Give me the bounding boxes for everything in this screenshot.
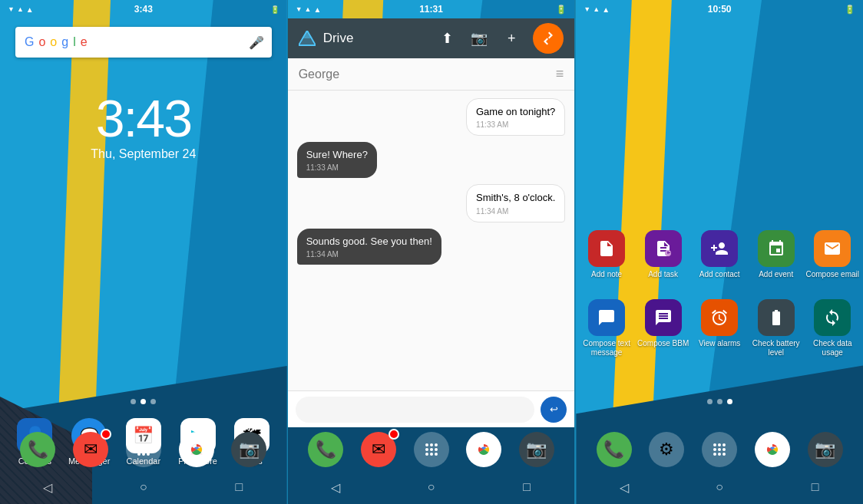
check-data-label: Check data usage [805,339,859,357]
svg-point-32 [718,448,721,451]
message-1: Game on tonight? 11:33 AM [466,98,565,136]
page-dots [0,399,287,404]
google-search-bar[interactable]: Google 🎤 [15,27,272,58]
p3-dot-2 [717,399,722,404]
shortcuts-row-2: Compose text message Compose BBM View al… [580,299,859,357]
p3-launcher-icon[interactable] [702,432,737,467]
shuffle-fab-button[interactable] [533,23,564,54]
signal-up-icon: ▲ [17,5,24,13]
p3-settings-icon[interactable]: ⚙ [649,432,684,467]
recents-button[interactable]: □ [227,476,250,499]
svg-point-17 [435,443,438,446]
svg-point-15 [425,443,428,446]
shortcut-add-task[interactable]: Add task [637,230,690,279]
shortcut-compose-email[interactable]: Compose email [805,230,859,279]
p2-status-bar: ▼ ▲ ▲ 11:31 🔋 [288,0,575,18]
p2-camera-icon[interactable]: 📷 [519,432,554,467]
p2-signal-up: ▲ [305,5,312,13]
msg-text-3: Smith's, 8 o'clock. [476,191,555,205]
p3-wifi: ▲ [602,5,610,14]
add-event-label: Add event [759,270,793,279]
p2-home-button[interactable]: ○ [419,476,442,499]
p2-email-icon[interactable]: ✉ [361,432,396,467]
signal-down-icon: ▼ [8,5,15,13]
dot-3 [150,399,156,404]
compose-sms-label: Compose text message [580,339,633,357]
email-badge [101,429,111,440]
shortcuts-panel: ▼ ▲ ▲ 10:50 🔋 Add note Add task Add c [575,0,863,504]
p3-camera-icon[interactable]: 📷 [808,432,843,467]
svg-point-28 [713,443,716,446]
fixed-dock: 📞 ✉ 📷 [0,432,287,467]
add-action-button[interactable]: + [501,28,522,49]
camera-icon[interactable]: 📷 [231,432,266,467]
p2-wifi: ▲ [314,5,322,14]
p3-dot-1 [707,399,713,404]
shortcut-compose-bbm[interactable]: Compose BBM [637,299,690,357]
shortcut-compose-sms[interactable]: Compose text message [580,299,633,357]
messenger-panel: ▼ ▲ ▲ 11:31 🔋 Drive ⬆ 📷 + [287,0,576,504]
home-button[interactable]: ○ [132,476,155,499]
p2-battery-icon: 🔋 [556,5,567,15]
view-alarms-label: View alarms [699,339,740,348]
shortcut-add-note[interactable]: Add note [580,230,633,279]
signal-icons: ▼ ▲ ▲ [8,5,34,14]
back-button[interactable]: ◁ [36,476,59,499]
p3-right-icons: 🔋 [845,5,855,15]
svg-point-16 [430,443,433,446]
add-contact-icon [701,230,738,267]
check-battery-icon [758,299,795,336]
shortcut-add-event[interactable]: Add event [749,230,803,279]
p2-fixed-dock: 📞 ✉ 📷 [288,432,575,467]
chat-input-field[interactable] [296,397,535,423]
lock-clock: 3:43 Thu, September 24 [0,92,287,161]
view-alarms-icon [701,299,738,336]
launcher-icon[interactable] [126,432,161,467]
svg-point-6 [137,453,141,456]
p3-signal-down: ▼ [584,5,590,13]
p3-phone-icon[interactable]: 📞 [597,432,632,467]
p2-chrome-icon[interactable] [466,432,501,467]
chat-header: George ≡ [288,58,575,91]
p3-chrome-icon[interactable] [755,432,790,467]
shortcut-view-alarms[interactable]: View alarms [693,299,746,357]
svg-point-23 [435,453,438,456]
msg-time-4: 11:34 AM [306,250,432,259]
svg-point-34 [713,453,716,456]
p3-recents-button[interactable]: □ [804,476,827,499]
p2-back-button[interactable]: ◁ [324,476,347,499]
shortcut-check-data[interactable]: Check data usage [805,299,859,357]
add-contact-label: Add contact [699,270,740,279]
messages-list: Game on tonight? 11:33 AM Sure! Where? 1… [288,91,575,272]
p2-topbar: Drive ⬆ 📷 + [288,18,575,58]
chat-menu-icon[interactable]: ≡ [556,66,564,82]
add-event-icon [758,230,795,267]
chrome-icon[interactable] [179,432,214,467]
p3-back-button[interactable]: ◁ [613,476,636,499]
phone-icon[interactable]: 📞 [20,432,55,467]
p2-app-title: Drive [323,31,429,46]
shortcut-check-battery[interactable]: Check battery level [749,299,803,357]
add-note-label: Add note [591,270,622,279]
message-3: Smith's, 8 o'clock. 11:34 AM [466,184,565,222]
p2-phone-icon[interactable]: 📞 [308,432,343,467]
p2-launcher-icon[interactable] [414,432,449,467]
mic-icon[interactable]: 🎤 [250,35,263,50]
send-button[interactable]: ↩ [541,397,567,423]
battery-icon: 🔋 [270,5,279,14]
msg-text-2: Sure! Where? [306,148,368,162]
upload-button[interactable]: ⬆ [436,28,458,49]
chat-area: George ≡ Game on tonight? 11:33 AM Sure!… [288,58,575,427]
shortcut-add-contact[interactable]: Add contact [693,230,746,279]
email-icon[interactable]: ✉ [73,432,108,467]
p3-page-dots [576,399,863,404]
add-note-icon [588,230,625,267]
svg-point-2 [147,443,150,446]
camera-action-button[interactable]: 📷 [468,28,490,49]
svg-point-20 [435,448,438,451]
p2-recents-button[interactable]: □ [515,476,538,499]
p3-home-button[interactable]: ○ [708,476,731,499]
svg-point-0 [137,443,141,446]
msg-text-1: Game on tonight? [476,105,555,119]
check-battery-label: Check battery level [749,339,803,357]
